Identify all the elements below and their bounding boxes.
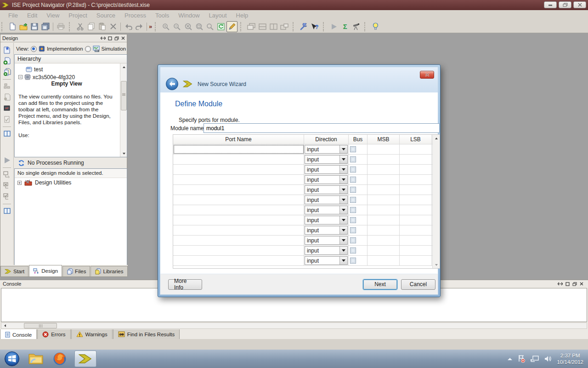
- chevron-down-icon[interactable]: [339, 186, 347, 194]
- port-name-cell[interactable]: [173, 236, 304, 245]
- cut-icon[interactable]: [74, 21, 85, 32]
- lsb-cell[interactable]: [400, 185, 432, 195]
- rerun-all-icon[interactable]: [2, 191, 12, 201]
- tile-horizontal-icon[interactable]: [257, 21, 268, 32]
- lsb-cell[interactable]: [400, 225, 432, 235]
- check-syntax-icon[interactable]: [2, 114, 12, 124]
- design-summary-icon[interactable]: [2, 103, 12, 113]
- chevron-down-icon[interactable]: [339, 145, 347, 153]
- zoom-in-icon[interactable]: [160, 21, 171, 32]
- minimize-button[interactable]: [544, 1, 557, 8]
- direction-combobox[interactable]: input: [305, 185, 348, 194]
- bus-checkbox[interactable]: [350, 247, 356, 253]
- explorer-taskbar-icon[interactable]: [24, 350, 48, 368]
- firefox-taskbar-icon[interactable]: [48, 350, 72, 368]
- back-button[interactable]: [166, 78, 178, 90]
- chevron-down-icon[interactable]: [339, 196, 347, 204]
- bus-checkbox[interactable]: [350, 177, 356, 183]
- simulation-radio[interactable]: [85, 46, 91, 52]
- lsb-cell[interactable]: [400, 236, 432, 245]
- source-properties-icon[interactable]: [2, 92, 12, 102]
- volume-tray-icon[interactable]: [544, 355, 552, 362]
- open-project-icon[interactable]: [18, 21, 29, 32]
- new-source-icon[interactable]: [2, 45, 12, 55]
- expand-icon[interactable]: +: [17, 181, 22, 185]
- port-name-cell[interactable]: [173, 165, 304, 174]
- rerun-process-icon[interactable]: [2, 169, 12, 179]
- dock-arrows-icon[interactable]: [558, 282, 563, 286]
- stop-process-icon[interactable]: [2, 180, 12, 190]
- msb-cell[interactable]: [368, 236, 400, 245]
- msb-cell[interactable]: [368, 175, 400, 184]
- scroll-down-icon[interactable]: [120, 150, 127, 157]
- bus-checkbox[interactable]: [350, 217, 356, 223]
- toolbar-overflow-icon[interactable]: »: [149, 23, 152, 30]
- paste-icon[interactable]: [96, 21, 107, 32]
- lsb-cell[interactable]: [400, 246, 432, 255]
- msb-cell[interactable]: [368, 225, 400, 235]
- lsb-cell[interactable]: [400, 165, 432, 174]
- tab-find-in-files[interactable]: Find in Files Results: [113, 329, 180, 339]
- menu-source[interactable]: Source: [92, 11, 120, 20]
- tab-start[interactable]: Start: [0, 266, 28, 276]
- msb-cell[interactable]: [368, 144, 400, 154]
- hierarchy-scrollbar[interactable]: [120, 63, 127, 157]
- msb-cell[interactable]: [368, 246, 400, 255]
- save-all-icon[interactable]: [40, 21, 51, 32]
- refresh-icon[interactable]: [215, 21, 226, 32]
- console-hscrollbar[interactable]: [1, 322, 587, 329]
- zoom-out-icon[interactable]: [171, 21, 182, 32]
- port-name-cell[interactable]: [173, 155, 304, 164]
- chevron-down-icon[interactable]: [339, 257, 347, 264]
- sum-icon[interactable]: Σ: [339, 21, 351, 32]
- msb-cell[interactable]: [368, 165, 400, 174]
- menu-tools[interactable]: Tools: [151, 11, 174, 20]
- new-file-icon[interactable]: [7, 21, 18, 32]
- bus-checkbox[interactable]: [350, 258, 356, 264]
- direction-combobox[interactable]: input: [305, 236, 348, 245]
- port-name-cell[interactable]: [173, 225, 304, 235]
- tab-design[interactable]: Design: [29, 265, 62, 276]
- lsb-cell[interactable]: [400, 175, 432, 184]
- direction-combobox[interactable]: input: [305, 216, 348, 224]
- lsb-cell[interactable]: [400, 155, 432, 164]
- dialog-close-button[interactable]: [420, 71, 434, 79]
- bus-checkbox[interactable]: [350, 227, 356, 233]
- hierarchy-header[interactable]: Hierarchy: [15, 55, 127, 63]
- lsb-cell[interactable]: [400, 256, 432, 265]
- tree-item-design-utilities[interactable]: + Design Utilities: [15, 178, 127, 186]
- scroll-thumb[interactable]: [24, 323, 57, 328]
- bus-checkbox[interactable]: [350, 237, 356, 243]
- maximize-panel-icon[interactable]: [108, 36, 112, 40]
- close-panel-icon[interactable]: [121, 36, 125, 40]
- implementation-radio[interactable]: [31, 46, 37, 52]
- taskbar-clock[interactable]: 2:37 PM 10/14/2012: [557, 352, 583, 365]
- lsb-cell[interactable]: [400, 144, 432, 154]
- port-name-cell[interactable]: [173, 195, 304, 205]
- implementation-label[interactable]: Implementation: [47, 46, 83, 52]
- analyze-telescope-icon[interactable]: [351, 21, 362, 32]
- tree-item-project[interactable]: test: [15, 65, 127, 73]
- save-icon[interactable]: [29, 21, 40, 32]
- chevron-down-icon[interactable]: [339, 206, 347, 214]
- context-help-icon[interactable]: ?: [309, 21, 320, 32]
- settings-wrench-icon[interactable]: [298, 21, 309, 32]
- ports-table-scrollbar[interactable]: [432, 135, 440, 268]
- process-columns-icon[interactable]: [2, 206, 12, 216]
- zoom-box-icon[interactable]: [193, 21, 204, 32]
- tab-errors[interactable]: Errors: [37, 329, 70, 339]
- port-name-cell[interactable]: [173, 215, 304, 225]
- msb-cell[interactable]: [368, 215, 400, 225]
- copy-icon[interactable]: [85, 21, 96, 32]
- tab-files[interactable]: Files: [62, 266, 90, 276]
- msb-cell[interactable]: [368, 155, 400, 164]
- add-copy-of-source-icon[interactable]: [2, 67, 12, 77]
- lightbulb-icon[interactable]: [370, 21, 381, 32]
- cascade-windows-icon[interactable]: [246, 21, 257, 32]
- more-info-button[interactable]: More Info: [168, 279, 202, 290]
- start-button[interactable]: [0, 350, 24, 368]
- action-center-flag-icon[interactable]: [517, 355, 526, 363]
- cancel-button[interactable]: Cancel: [401, 279, 435, 290]
- show-hidden-icons[interactable]: [507, 357, 513, 361]
- dock-arrows-icon[interactable]: [101, 36, 106, 40]
